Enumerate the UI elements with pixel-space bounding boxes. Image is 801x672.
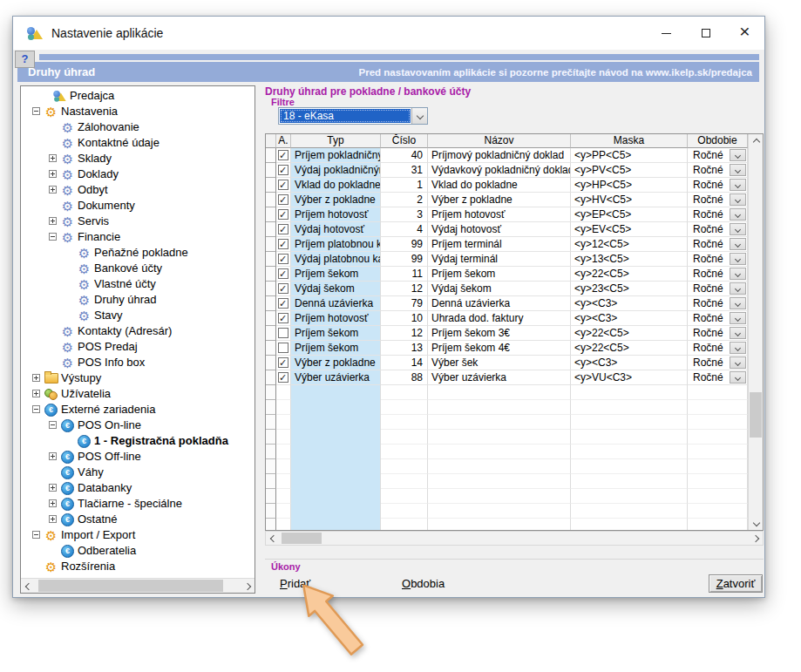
- cell-nazov[interactable]: Výber z pokladne: [428, 193, 571, 207]
- cell-typ[interactable]: Príjem hotovosť: [291, 207, 381, 222]
- cell-obdobie[interactable]: Ročné: [688, 311, 748, 326]
- cell-typ[interactable]: Výber z pokladne: [291, 356, 381, 370]
- cell-cislo[interactable]: 12: [381, 282, 428, 296]
- row-header-cell[interactable]: [266, 148, 276, 163]
- cell-obdobie[interactable]: [688, 445, 748, 459]
- cell-typ[interactable]: Výber z pokladne: [291, 193, 381, 207]
- filter-selected-value[interactable]: 18 - eKasa: [280, 109, 411, 123]
- col-active[interactable]: A.: [276, 134, 291, 148]
- tree-item[interactable]: Odbyt: [21, 182, 255, 198]
- row-header-cell[interactable]: [266, 222, 276, 237]
- cell-maska[interactable]: <y>23<C5>: [571, 282, 688, 296]
- cell-maska[interactable]: [571, 400, 688, 415]
- cell-typ[interactable]: Príjem šekom: [291, 341, 381, 356]
- cell-maska[interactable]: <y><C3>: [571, 296, 688, 311]
- cell-obdobie[interactable]: Ročné: [688, 326, 748, 341]
- scrollbar-thumb[interactable]: [282, 533, 322, 544]
- checkbox-checked[interactable]: [278, 165, 288, 175]
- scroll-down-icon[interactable]: [749, 515, 764, 530]
- cell-cislo[interactable]: 40: [381, 148, 428, 163]
- cell-typ[interactable]: [291, 474, 381, 489]
- cell-maska[interactable]: [571, 504, 688, 519]
- row-header-cell[interactable]: [266, 504, 276, 519]
- cell-typ[interactable]: Výdaj platobnou kartou: [291, 252, 381, 267]
- checkbox-checked[interactable]: [278, 254, 288, 264]
- cell-cislo[interactable]: [381, 504, 428, 519]
- cell-obdobie[interactable]: [688, 489, 748, 504]
- cell-nazov[interactable]: Výdavkový pokladničný doklad: [428, 163, 571, 178]
- maximize-button[interactable]: [686, 17, 725, 50]
- col-obdobie[interactable]: Obdobie: [688, 134, 748, 148]
- cell-obdobie[interactable]: Ročné: [688, 222, 748, 237]
- tree-item[interactable]: Užívatelia: [21, 386, 255, 402]
- cell-cislo[interactable]: [381, 489, 428, 504]
- cell-obdobie[interactable]: [688, 504, 748, 519]
- cell-cislo[interactable]: 14: [381, 356, 428, 370]
- cell-typ[interactable]: Výdaj pokladničným do: [291, 163, 381, 178]
- expand-icon[interactable]: [32, 390, 40, 397]
- cell-maska[interactable]: [571, 459, 688, 474]
- row-header-cell[interactable]: [266, 459, 276, 474]
- cell-nazov[interactable]: Vklad do pokladne: [428, 178, 571, 193]
- obdobie-dropdown-button[interactable]: [730, 342, 746, 354]
- cell-typ[interactable]: [291, 445, 381, 459]
- cell-nazov[interactable]: [428, 400, 571, 415]
- checkbox-checked[interactable]: [278, 194, 288, 205]
- cell-maska[interactable]: <y>12<C5>: [571, 237, 688, 252]
- cell-cislo[interactable]: 11: [381, 267, 428, 282]
- row-header-cell[interactable]: [266, 207, 276, 222]
- row-header-cell[interactable]: [266, 296, 276, 311]
- expand-icon[interactable]: [49, 217, 57, 225]
- cell-obdobie[interactable]: Ročné: [688, 193, 748, 207]
- expand-icon[interactable]: [49, 154, 57, 162]
- cell-cislo[interactable]: [381, 445, 428, 459]
- cell-obdobie[interactable]: Ročné: [688, 207, 748, 222]
- minimize-button[interactable]: [647, 17, 686, 50]
- cell-nazov[interactable]: Výdaj hotovosť: [428, 222, 571, 237]
- close-button[interactable]: [725, 17, 764, 50]
- cell-nazov[interactable]: Príjem šekom: [428, 267, 571, 282]
- row-header-cell[interactable]: [266, 267, 276, 282]
- obdobie-dropdown-button[interactable]: [730, 297, 746, 309]
- cell-nazov[interactable]: Uhrada dod. faktury: [428, 311, 571, 326]
- obdobie-dropdown-button[interactable]: [730, 208, 746, 221]
- cell-typ[interactable]: Príjem pokladničným do: [291, 148, 381, 163]
- checkbox-checked[interactable]: [278, 372, 288, 383]
- cell-cislo[interactable]: 99: [381, 237, 428, 252]
- cell-cislo[interactable]: 3: [381, 207, 428, 222]
- checkbox-unchecked[interactable]: [278, 343, 288, 353]
- tree-item[interactable]: Peňažné pokladne: [21, 245, 255, 261]
- help-button[interactable]: ?: [15, 51, 35, 68]
- obdobie-dropdown-button[interactable]: [730, 282, 746, 295]
- cell-cislo[interactable]: 13: [381, 341, 428, 356]
- obdobie-dropdown-button[interactable]: [730, 149, 746, 161]
- cell-typ[interactable]: [291, 430, 381, 445]
- checkbox-checked[interactable]: [278, 209, 288, 220]
- tree-item[interactable]: Financie: [21, 229, 255, 245]
- cell-nazov[interactable]: Príjem hotovosť: [428, 207, 571, 222]
- cell-obdobie[interactable]: [688, 430, 748, 445]
- row-header-cell[interactable]: [266, 445, 276, 459]
- cell-typ[interactable]: Príjem šekom: [291, 267, 381, 282]
- cell-typ[interactable]: Príjem šekom: [291, 326, 381, 341]
- combobox-dropdown-button[interactable]: [411, 108, 427, 124]
- cell-typ[interactable]: [291, 415, 381, 430]
- cell-maska[interactable]: <y>22<C5>: [571, 267, 688, 282]
- tree-item[interactable]: Kontaktné údaje: [21, 135, 255, 151]
- row-header-cell[interactable]: [266, 370, 276, 385]
- cell-cislo[interactable]: [381, 400, 428, 415]
- cell-cislo[interactable]: 79: [381, 296, 428, 311]
- cell-cislo[interactable]: [381, 385, 428, 400]
- checkbox-checked[interactable]: [278, 150, 288, 160]
- collapse-icon[interactable]: [49, 421, 57, 429]
- obdobie-dropdown-button[interactable]: [730, 312, 746, 324]
- tree-item[interactable]: Zálohovanie: [21, 119, 255, 135]
- col-cislo[interactable]: Číslo: [381, 134, 428, 148]
- cell-nazov[interactable]: Výdaj šekom: [428, 282, 571, 296]
- tree-item[interactable]: Výstupy: [21, 370, 255, 386]
- cell-nazov[interactable]: [428, 489, 571, 504]
- row-header-cell[interactable]: [266, 400, 276, 415]
- cell-obdobie[interactable]: Ročné: [688, 356, 748, 370]
- titlebar[interactable]: Nastavenie aplikácie: [13, 17, 764, 50]
- checkbox-checked[interactable]: [278, 313, 288, 323]
